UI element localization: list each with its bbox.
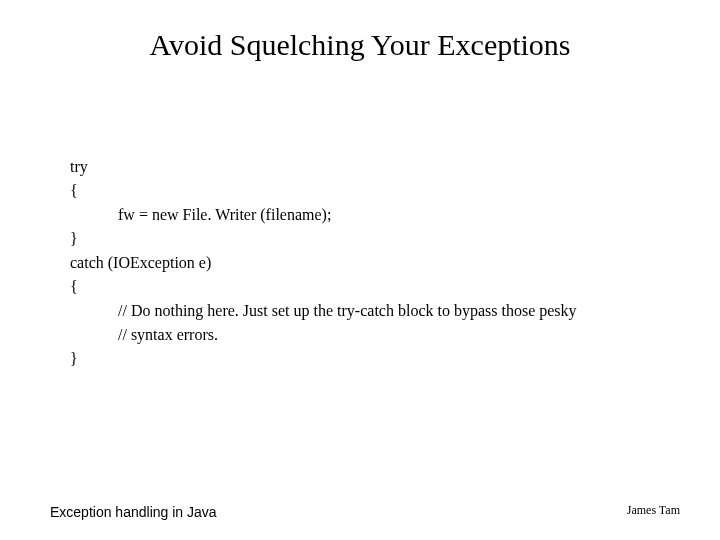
code-line: } [70,347,670,371]
footer-left: Exception handling in Java [50,504,217,520]
code-line: { [70,275,670,299]
code-line: { [70,179,670,203]
footer-right: James Tam [627,503,680,518]
code-line: // syntax errors. [70,323,670,347]
slide: Avoid Squelching Your Exceptions try { f… [0,0,720,540]
code-line: try [70,155,670,179]
code-line: // Do nothing here. Just set up the try-… [70,299,670,323]
code-block: try { fw = new File. Writer (filename); … [70,155,670,371]
code-line: fw = new File. Writer (filename); [70,203,670,227]
code-line: catch (IOException e) [70,251,670,275]
code-line: } [70,227,670,251]
slide-title: Avoid Squelching Your Exceptions [0,28,720,62]
